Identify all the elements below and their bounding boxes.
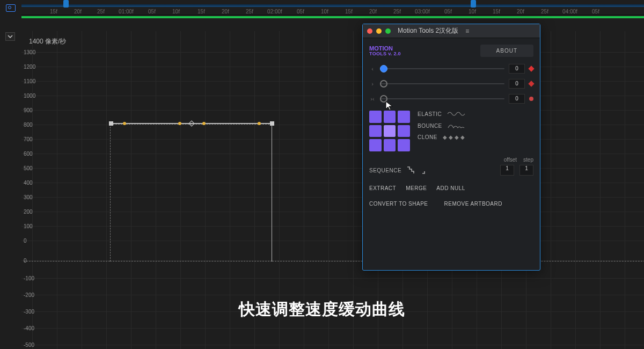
add-null-button[interactable]: ADD NULL [436, 185, 465, 191]
layer-dropdown[interactable] [5, 32, 15, 41]
y-tick-label: 1000 [24, 93, 35, 99]
ruler-tick: 15f [50, 9, 57, 14]
preset-clone[interactable]: CLONE ◆◆◆◆ [418, 134, 533, 140]
anchor-point-grid[interactable] [369, 111, 410, 151]
y-tick-label: 1200 [24, 64, 35, 70]
ease-out-value[interactable]: 0 [509, 79, 525, 89]
tab-about[interactable]: ABOUT [480, 45, 533, 57]
bezier-handle[interactable] [123, 122, 126, 125]
keyframe-marker-icon[interactable] [528, 81, 534, 86]
graph-editor-icon[interactable] [0, 0, 21, 16]
sequence-up-icon[interactable] [422, 166, 431, 174]
ruler-tick: 05f [148, 9, 156, 14]
y-tick-label: 600 [24, 151, 33, 157]
ease-in-value[interactable]: 0 [509, 64, 525, 74]
anchor-cell-center[interactable] [384, 125, 396, 137]
ease-both-slider-row: ›‹ 0 [369, 92, 533, 105]
ruler-tick: 25f [541, 9, 548, 14]
cti-end[interactable] [471, 0, 476, 8]
ruler-tick: 25f [246, 9, 253, 14]
y-tick-label: 1100 [24, 78, 35, 84]
chevrons-both-icon[interactable]: ›‹ [369, 96, 376, 102]
motion-tools-panel[interactable]: Motion Tools 2汉化版 ≡ MOTION TOOLS v. 2.0 … [362, 24, 540, 271]
y-tick-label: 300 [24, 194, 33, 200]
anchor-cell-bl[interactable] [369, 139, 382, 151]
y-tick-label: -300 [24, 309, 34, 315]
ruler-tick: 20f [222, 9, 229, 14]
sequence-down-icon[interactable] [407, 166, 416, 174]
remove-artboard-button[interactable]: REMOVE ARTBOARD [444, 201, 502, 207]
extract-button[interactable]: EXTRACT [369, 185, 396, 191]
ease-both-value[interactable]: 0 [509, 94, 525, 104]
selection-outline [110, 124, 272, 261]
keyframe-marker-icon[interactable] [529, 97, 533, 101]
ruler-tick: 15f [493, 9, 500, 14]
overlay-caption: 快速调整速度缓动曲线 [239, 299, 405, 321]
preset-elastic[interactable]: ELASTIC [418, 111, 533, 117]
offset-label: offset [504, 157, 517, 163]
close-icon[interactable] [367, 28, 372, 34]
brand-label: MOTION TOOLS v. 2.0 [369, 45, 401, 57]
ruler-tick: 20f [517, 9, 524, 14]
chevron-right-icon[interactable]: › [369, 81, 376, 87]
ruler-tick: 10f [321, 9, 328, 14]
ruler-tick: 03:00f [415, 9, 430, 14]
ease-out-slider[interactable] [380, 83, 504, 84]
panel-menu-icon[interactable]: ≡ [465, 27, 469, 35]
anchor-cell-tl[interactable] [369, 111, 382, 123]
keyframe-end[interactable] [270, 121, 274, 126]
y-tick-label: 800 [24, 122, 33, 128]
y-tick-label: 1300 [24, 49, 35, 55]
ruler-tick: 10f [172, 9, 180, 14]
work-area-bar[interactable] [21, 16, 644, 18]
minimize-icon[interactable] [376, 28, 382, 34]
y-tick-label: -400 [24, 325, 34, 331]
ease-both-slider[interactable] [380, 98, 504, 99]
y-tick-label: 500 [24, 165, 33, 171]
y-tick-label: 200 [24, 209, 33, 215]
anchor-cell-bc[interactable] [384, 139, 396, 151]
chevron-left-icon[interactable]: ‹ [369, 66, 376, 72]
panel-titlebar[interactable]: Motion Tools 2汉化版 ≡ [363, 24, 540, 38]
ruler-tick: 01:00f [119, 9, 134, 14]
y-tick-label: 0 [24, 258, 27, 264]
y-axis-title: 1400 像素/秒 [29, 37, 66, 46]
y-tick-label: 100 [24, 223, 33, 229]
anchor-cell-mr[interactable] [398, 125, 410, 137]
sequence-label: SEQUENCE [369, 168, 401, 173]
ruler-tick: 25f [393, 9, 401, 14]
ruler-tick: 05f [444, 9, 452, 14]
convert-to-shape-button[interactable]: CONVERT TO SHAPE [369, 201, 428, 207]
keyframe-marker-icon[interactable] [528, 66, 534, 71]
keyframe-start[interactable] [109, 121, 113, 126]
maximize-icon[interactable] [385, 28, 391, 34]
preset-bounce[interactable]: BOUNCE [418, 122, 533, 129]
ruler-tick: 05f [592, 9, 599, 14]
merge-button[interactable]: MERGE [406, 185, 427, 191]
ruler-tick: 20f [369, 9, 377, 14]
ruler-tick: 10f [469, 9, 476, 14]
selection-outline-left [24, 261, 110, 261]
anchor-cell-ml[interactable] [369, 125, 382, 137]
y-tick-label: 900 [24, 107, 33, 113]
ruler-tick: 05f [297, 9, 304, 14]
ruler-tick: 25f [97, 9, 105, 14]
anchor-cell-tc[interactable] [384, 111, 396, 123]
anchor-cell-br[interactable] [398, 139, 410, 151]
ruler-tick: 02:00f [267, 9, 282, 14]
y-tick-label: 0 [24, 238, 27, 244]
bezier-handle[interactable] [258, 122, 261, 125]
ease-in-slider[interactable] [380, 68, 504, 69]
step-input[interactable]: 1 [519, 165, 533, 176]
step-label: step [523, 157, 533, 163]
bezier-handle[interactable] [178, 122, 181, 125]
ruler-tick: 20f [74, 9, 82, 14]
offset-input[interactable]: 1 [500, 165, 514, 176]
anchor-cell-tr[interactable] [398, 111, 410, 123]
timeline-ruler[interactable]: 15f20f25f01:00f05f10f15f20f25f02:00f05f1… [21, 0, 644, 15]
y-tick-label: -100 [24, 275, 34, 281]
y-tick-label: -500 [24, 342, 34, 348]
cti-start[interactable] [63, 0, 69, 8]
panel-title: Motion Tools 2汉化版 [398, 26, 458, 35]
bezier-handle[interactable] [202, 122, 206, 125]
